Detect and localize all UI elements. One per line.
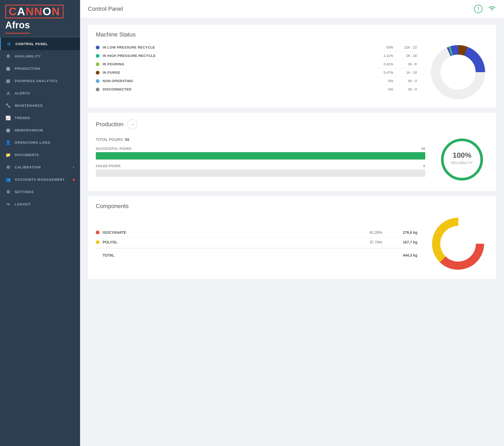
svg-point-13 — [440, 226, 476, 262]
alert-icon[interactable]: ! — [474, 5, 482, 13]
production-section: Production → TOTAL POURS: 50 SUCCESSFUL … — [88, 113, 496, 191]
notification-dot — [73, 179, 75, 181]
trends-icon: 📈 — [5, 115, 11, 120]
sidebar-nav: ⊙ CONTROL PANEL ⚙ AVAILABILITY ▦ PRODUCT… — [0, 36, 80, 446]
failed-pours-bar: FAILED POURS 0 — [96, 164, 425, 177]
status-time: 0h : 6' — [396, 62, 417, 66]
sidebar-item-pourings-analytics[interactable]: ▤ POURINGS ANALYTICS — [0, 75, 80, 87]
accounts-icon: 👥 — [5, 177, 11, 182]
status-label: DISCONNECTED — [103, 87, 374, 91]
components-layout: ISOCYANATE 62.26% 276,6 kg POLYOL 37.74%… — [96, 215, 488, 273]
sidebar-item-control-panel[interactable]: ⊙ CONTROL PANEL — [0, 38, 80, 50]
reliability-chart: 100% RELIABILITY — [436, 135, 488, 184]
svg-point-6 — [441, 55, 475, 89]
total-pours: TOTAL POURS: 50 — [96, 137, 425, 142]
status-pct: 1.11% — [377, 54, 393, 58]
sidebar-item-settings[interactable]: ⚙ SETTINGS — [0, 186, 80, 198]
machine-status-chart — [428, 43, 488, 101]
sidebar-item-accounts-management[interactable]: 👥 ACCOUNTS MANAGEMENT — [0, 173, 80, 186]
status-pct: 93% — [377, 45, 393, 49]
svg-point-8 — [442, 140, 482, 179]
status-dot — [96, 54, 99, 58]
sidebar-item-operators-logs[interactable]: 👤 OPERATORS LOGS — [0, 136, 80, 149]
sidebar-item-production[interactable]: ▦ PRODUCTION — [0, 62, 80, 75]
status-time: 1h : 19' — [396, 71, 417, 75]
status-label: NON-OPERATING — [103, 79, 374, 83]
status-row: IN POURING 0.42% 0h : 6' — [96, 60, 417, 68]
sidebar-item-maintenance[interactable]: 🔧 MAINTENANCE — [0, 99, 80, 112]
topbar-actions: ! — [474, 5, 496, 13]
topbar: Control Panel ! — [80, 0, 504, 18]
machine-status-section: Machine Status IN LOW PRESSURE RECYCLE 9… — [88, 25, 496, 108]
successful-pours-bar: SUCCESSFUL POURS 50 — [96, 147, 425, 160]
status-row: NON-OPERATING 0% 0h : 0' — [96, 77, 417, 85]
svg-text:100%: 100% — [453, 151, 471, 159]
status-label: IN HIGH PRESSURE RECYCLE — [103, 54, 374, 58]
production-navigate-button[interactable]: → — [127, 119, 137, 129]
status-label: IN POURING — [103, 62, 374, 66]
status-row: IN LOW PRESSURE RECYCLE 93% 22h : 22' — [96, 43, 417, 52]
wifi-icon — [488, 5, 496, 13]
production-header: Production → — [96, 119, 488, 129]
status-row: IN PURGE 5.47% 1h : 19' — [96, 68, 417, 77]
status-dot — [96, 62, 99, 66]
production-data: TOTAL POURS: 50 SUCCESSFUL POURS 50 — [96, 137, 425, 182]
successful-bar-fill — [96, 152, 425, 160]
main-content: Control Panel ! Machine Status IN LOW P — [80, 0, 504, 446]
memorandum-icon: ▦ — [5, 128, 11, 133]
sidebar: cannon Afros ⊙ CONTROL PANEL ⚙ AVAILABIL… — [0, 0, 80, 446]
status-time: 0h : 16' — [396, 54, 417, 58]
sidebar-item-calibration[interactable]: ⚙ CALIBRATION ↗ — [0, 161, 80, 173]
control-panel-icon: ⊙ — [6, 41, 12, 46]
svg-text:RELIABILITY: RELIABILITY — [451, 161, 473, 165]
components-chart — [428, 215, 488, 273]
production-layout: TOTAL POURS: 50 SUCCESSFUL POURS 50 — [96, 135, 488, 184]
isocyanate-dot — [96, 231, 99, 234]
settings-icon: ⚙ — [5, 189, 11, 194]
components-divider — [96, 248, 417, 249]
logout-icon: ↪ — [5, 202, 11, 207]
status-time: 0h : 0' — [396, 79, 417, 83]
polyol-dot — [96, 240, 99, 244]
alerts-icon: ⚠ — [5, 91, 11, 96]
calibration-icon: ⚙ — [5, 165, 11, 170]
total-dot — [96, 253, 99, 257]
status-time: 0h : 0' — [396, 87, 417, 91]
cannon-logo: cannon — [5, 5, 64, 18]
status-pct: 0% — [377, 79, 393, 83]
status-pct: 0% — [377, 87, 393, 91]
components-title: Components — [96, 203, 488, 210]
pourings-analytics-icon: ▤ — [5, 78, 11, 83]
status-label: IN PURGE — [103, 71, 374, 75]
operators-logs-icon: 👤 — [5, 140, 11, 145]
sidebar-item-logout[interactable]: ↪ LOGOUT — [0, 198, 80, 210]
isocyanate-row: ISOCYANATE 62.26% 276,6 kg — [96, 228, 417, 237]
sidebar-item-documents[interactable]: 📁 DOCUMENTS — [0, 149, 80, 161]
sidebar-item-alerts[interactable]: ⚠ ALERTS — [0, 87, 80, 99]
production-icon: ▦ — [5, 66, 11, 71]
components-section: Components ISOCYANATE 62.26% 276,6 kg PO… — [88, 196, 496, 279]
production-title: Production — [96, 121, 123, 128]
status-table: IN LOW PRESSURE RECYCLE 93% 22h : 22' IN… — [96, 43, 417, 93]
sidebar-item-availability[interactable]: ⚙ AVAILABILITY — [0, 50, 80, 62]
logo-area: cannon Afros — [0, 0, 80, 36]
svg-point-0 — [491, 10, 492, 11]
status-dot — [96, 79, 99, 83]
page-title: Control Panel — [88, 6, 123, 12]
status-pct: 0.42% — [377, 62, 393, 66]
sidebar-item-trends[interactable]: 📈 TRENDS — [0, 112, 80, 124]
external-link-icon: ↗ — [72, 166, 75, 169]
status-pct: 5.47% — [377, 71, 393, 75]
successful-bar-track — [96, 152, 425, 160]
status-row: IN HIGH PRESSURE RECYCLE 1.11% 0h : 16' — [96, 52, 417, 60]
sidebar-item-memorandum[interactable]: ▦ MEMORANDUM — [0, 124, 80, 136]
failed-bar-track — [96, 169, 425, 177]
components-table: ISOCYANATE 62.26% 276,6 kg POLYOL 37.74%… — [96, 228, 417, 260]
status-row: DISCONNECTED 0% 0h : 0' — [96, 85, 417, 93]
afros-logo: Afros — [5, 20, 30, 34]
status-label: IN LOW PRESSURE RECYCLE — [103, 45, 374, 49]
total-row: TOTAL 444,3 kg — [96, 250, 417, 260]
status-time: 22h : 22' — [396, 45, 417, 49]
machine-status-layout: IN LOW PRESSURE RECYCLE 93% 22h : 22' IN… — [96, 43, 488, 101]
status-dot — [96, 71, 99, 75]
